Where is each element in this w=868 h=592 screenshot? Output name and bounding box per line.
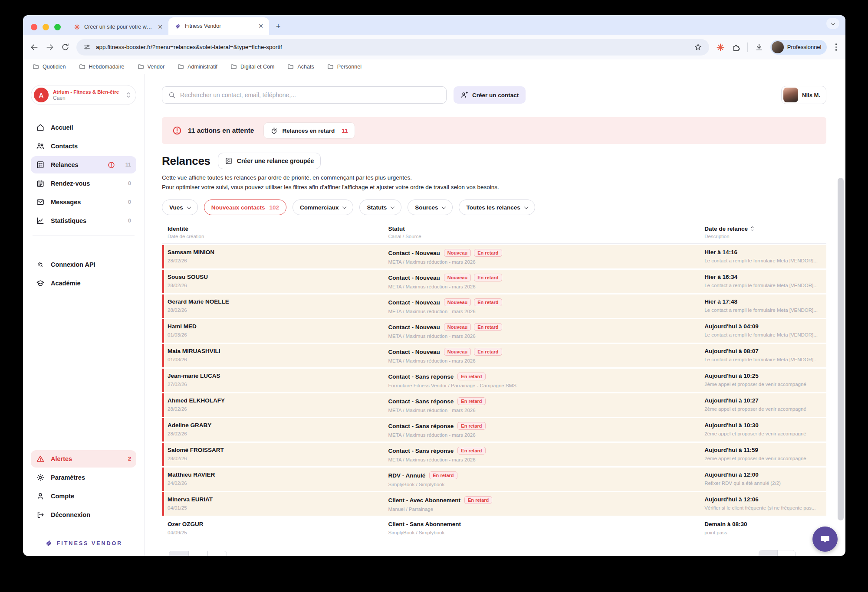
zoom-window-button[interactable] (54, 24, 61, 30)
previous-page-button[interactable]: ‹ (759, 550, 777, 556)
page-size-100[interactable]: 100 (207, 551, 227, 556)
table-row[interactable]: Jean-marie LUCAS 27/02/26 Contact - Sans… (162, 369, 826, 392)
status-text: Contact - Nouveau (388, 324, 440, 330)
page-size-25[interactable]: 25 (169, 551, 188, 556)
filter-dropdown[interactable]: Statuts (359, 200, 401, 215)
table-row[interactable]: Gerard Marie NOËLLE 28/02/26 Contact - N… (162, 294, 826, 318)
sidebar-item-statistiques[interactable]: Statistiques 0 (31, 212, 136, 229)
minimize-window-button[interactable] (43, 24, 49, 30)
table-row[interactable]: Adeline GRABY 28/02/26 Contact - Sans ré… (162, 418, 826, 442)
sidebar-item-contacts[interactable]: Contacts (31, 137, 136, 155)
contact-name[interactable]: Hami MED (168, 323, 388, 330)
contact-name[interactable]: Sousu SOUSU (168, 274, 388, 280)
window-controls[interactable] (31, 24, 61, 30)
relance-description: point pass (704, 530, 826, 535)
contact-search[interactable] (162, 86, 447, 104)
browser-profile-chip[interactable]: Professionnel (770, 40, 827, 55)
contact-name[interactable]: Matthieu RAVIER (168, 471, 388, 478)
tab-active[interactable]: Fitness Vendor ✕ (168, 17, 269, 35)
filter-dropdown[interactable]: Vues (162, 200, 198, 215)
bookmark-folder[interactable]: Vendor (138, 63, 165, 70)
url-bar[interactable]: app.fitness-booster.fr/?menu=relances&vo… (76, 39, 709, 56)
next-page-button[interactable]: › (777, 550, 796, 556)
sidebar-item-messages[interactable]: Messages 0 (31, 193, 136, 211)
table-row[interactable]: Maia MIRUASHVILI 01/03/26 Contact - Nouv… (162, 344, 826, 367)
bookmark-folder[interactable]: Digital et Com (230, 63, 275, 70)
table-row[interactable]: Ahmed ELKHOLAFY 28/02/26 Contact - Sans … (162, 393, 826, 417)
contact-name[interactable]: Jean-marie LUCAS (168, 373, 388, 379)
table-row[interactable]: Ozer OZGUR 04/09/25 Client - Sans Abonne… (162, 517, 826, 540)
bookmark-folder[interactable]: Administratif (178, 63, 217, 70)
folder-icon (287, 63, 294, 70)
page-size-50[interactable]: 50 (188, 551, 207, 556)
forward-button[interactable] (46, 43, 54, 52)
canal-source: META / Maximus réduction - mars 2026 (388, 284, 705, 289)
sidebar-item-alertes[interactable]: Alertes 2 (31, 450, 136, 468)
search-input[interactable] (180, 92, 441, 98)
contact-name[interactable]: Ozer OZGUR (168, 521, 388, 527)
bookmark-folder[interactable]: Hebdomadaire (79, 63, 125, 70)
url-text[interactable]: app.fitness-booster.fr/?menu=relances&vo… (96, 44, 689, 50)
browser-menu-button[interactable] (834, 42, 839, 52)
bookmark-folder[interactable]: Personnel (327, 63, 362, 70)
filter-dropdown[interactable]: Toutes les relances (459, 200, 535, 215)
sidebar-item-compte[interactable]: Compte (31, 487, 136, 505)
contact-name[interactable]: Ahmed ELKHOLAFY (168, 397, 388, 404)
contact-name[interactable]: Salomé FROISSART (168, 447, 388, 453)
sidebar-item-relances[interactable]: Relances 11 (31, 156, 136, 173)
downloads-icon[interactable] (755, 43, 763, 52)
sidebar-item-label: Académie (51, 280, 81, 287)
column-statut[interactable]: Statut (388, 226, 705, 232)
contact-name[interactable]: Maia MIRUASHVILI (168, 348, 388, 354)
filter-dropdown[interactable]: Sources (408, 200, 453, 215)
badges-group: NouveauEn retard (444, 348, 502, 356)
close-window-button[interactable] (31, 24, 37, 30)
column-date-relance[interactable]: Date de relance (704, 226, 826, 232)
sidebar-item-accueil[interactable]: Accueil (31, 119, 136, 136)
create-group-relance-button[interactable]: Créer une relance groupée (218, 153, 321, 169)
sidebar-item-academie[interactable]: Académie (31, 275, 136, 292)
filter-dropdown[interactable]: Nouveaux contacts 102 (204, 200, 286, 215)
creation-date: 28/02/26 (168, 456, 388, 461)
contact-name[interactable]: Gerard Marie NOËLLE (168, 298, 388, 305)
tab-search-chevron-button[interactable] (826, 18, 839, 29)
column-identite[interactable]: Identité (168, 226, 388, 232)
contact-name[interactable]: Adeline GRABY (168, 422, 388, 428)
close-tab-icon[interactable]: ✕ (156, 23, 164, 31)
create-contact-button[interactable]: Créer un contact (454, 86, 526, 104)
bookmark-star-icon[interactable] (694, 43, 702, 51)
sidebar-item-parametres[interactable]: Paramètres (31, 469, 136, 486)
sidebar-item-connexion-api[interactable]: Connexion API (31, 256, 136, 273)
user-menu-chip[interactable]: Nils M. (781, 86, 826, 104)
page-size-selector[interactable]: 25 50 100 (169, 551, 227, 556)
relances-en-retard-chip[interactable]: Relances en retard 11 (263, 122, 355, 139)
sidebar-item-deconnexion[interactable]: Déconnexion (31, 506, 136, 523)
tab-inactive[interactable]: Créer un site pour votre web ✕ (68, 19, 168, 35)
contact-name[interactable]: Samsam MINION (168, 249, 388, 255)
bookmark-folder[interactable]: Quotidien (33, 63, 66, 70)
close-tab-icon[interactable]: ✕ (257, 22, 265, 30)
contact-name[interactable]: Minerva EURIAT (168, 496, 388, 503)
scrollbar[interactable] (838, 178, 844, 520)
chat-widget-button[interactable] (812, 527, 838, 552)
chevron-down-icon (187, 205, 191, 209)
workspace-selector[interactable]: A Atrium - Fitness & Bien-être Caen (31, 85, 136, 105)
filter-dropdown[interactable]: Commerciaux (293, 200, 353, 215)
starburst-extension-icon[interactable] (716, 43, 725, 52)
table-row[interactable]: Matthieu RAVIER 24/02/26 RDV - Annulé En… (162, 468, 826, 491)
table-row[interactable]: Hami MED 01/03/26 Contact - Nouveau Nouv… (162, 319, 826, 343)
table-row[interactable]: Sousu SOUSU 28/02/26 Contact - Nouveau N… (162, 270, 826, 293)
extensions-puzzle-icon[interactable] (732, 43, 740, 52)
sidebar-item-rendez-vous[interactable]: Rendez-vous 0 (31, 175, 136, 192)
sort-icon[interactable] (750, 226, 755, 232)
status-text: Contact - Nouveau (388, 299, 440, 306)
back-button[interactable] (30, 43, 39, 52)
stopwatch-icon (270, 127, 278, 134)
table-row[interactable]: Salomé FROISSART 28/02/26 Contact - Sans… (162, 443, 826, 466)
site-settings-icon[interactable] (83, 43, 91, 51)
table-row[interactable]: Samsam MINION 28/02/26 Contact - Nouveau… (162, 245, 826, 268)
bookmark-folder[interactable]: Achats (287, 63, 314, 70)
new-tab-button[interactable]: + (273, 21, 284, 32)
table-row[interactable]: Minerva EURIAT 04/01/25 Client - Avec Ab… (162, 492, 826, 516)
reload-button[interactable] (61, 43, 69, 51)
